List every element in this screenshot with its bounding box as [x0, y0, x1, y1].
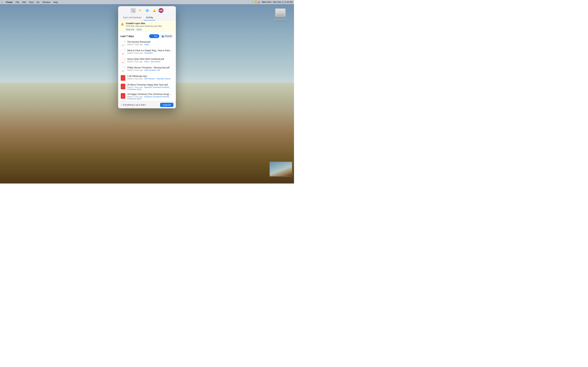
file-meta: Added 2 days ago · Jeff Tweedy – Starshi… — [127, 78, 173, 80]
globe-icon: 🌐 — [146, 9, 149, 12]
filter-shared-label: Shared — [165, 35, 172, 37]
file-name: 1-06 Pittsburgh.mp3 — [127, 75, 173, 77]
tab-sync-backups[interactable]: Sync and backups — [121, 15, 144, 20]
file-item[interactable]: Henry Dylan Mohr Birth Certificate.pdf A… — [118, 57, 176, 65]
tabs: Sync and backups Activity — [118, 15, 176, 20]
file-info: The Nursery Reveal.pdf Added 2 days ago … — [127, 41, 173, 45]
menubar-right: 🔋 📶 🔊 Mike Mohr Mon Dec 5 11:40 AM — [251, 1, 293, 3]
menubar-help[interactable]: Help — [53, 1, 58, 3]
file-item[interactable]: Phillip Silouan Thompson - Moving East.p… — [118, 65, 176, 74]
file-info: 19 Happy Christmas (The Christmas Song).… — [127, 93, 173, 100]
close-link[interactable]: Close — [137, 28, 142, 30]
folder-button[interactable]: 📁 — [138, 8, 143, 13]
file-info: Phillip Silouan Thompson - Moving East.p… — [127, 67, 173, 71]
pdf-icon-shape — [121, 67, 125, 72]
avatar[interactable]: MM — [159, 8, 164, 13]
menubar-user[interactable]: Mike Mohr — [262, 1, 272, 3]
menubar-icons: 🔋 📶 🔊 — [251, 1, 260, 3]
file-info: 26 Merry Christmas Happy New Year.mp3 Ad… — [127, 83, 173, 90]
menubar-app-name[interactable]: Finder — [6, 1, 13, 3]
pdf-icon-shape — [121, 41, 125, 47]
check-icon: ✓ — [121, 104, 122, 106]
file-info: Henry Dylan Mohr Birth Certificate.pdf A… — [127, 58, 173, 63]
file-item[interactable]: 26 Merry Christmas Happy New Year.mp3 Ad… — [118, 82, 176, 92]
warning-description: To fix this, view sync issues for your f… — [126, 25, 173, 27]
search-icon: 🔍 — [132, 9, 135, 12]
file-info: 1-06 Pittsburgh.mp3 Added 2 days ago · J… — [127, 75, 173, 80]
mp3-icon-shape — [121, 93, 125, 99]
dropbox-popup: 🔍 📁 🌐 🔔 MM Sync and backups Activity ⚠️ … — [118, 6, 176, 108]
folder-link[interactable]: ideas — [144, 43, 149, 45]
file-icon-pdf — [121, 41, 125, 47]
apple-menu[interactable]:  — [1, 1, 2, 4]
file-list: The Nursery Reveal.pdf Added 2 days ago … — [118, 40, 176, 101]
search-button[interactable]: 🔍 — [130, 8, 136, 13]
filter-you-button[interactable]: 👤 You — [149, 34, 159, 38]
tab-activity[interactable]: Activity — [144, 15, 155, 20]
menubar-edit[interactable]: Edit — [22, 1, 26, 3]
folder-link[interactable]: henry - documents — [144, 60, 160, 63]
menubar:  Finder File Edit View Go Window Help 🔋… — [0, 0, 294, 4]
popup-toolbar: 🔍 📁 🌐 🔔 MM — [118, 6, 176, 15]
hdd-shape — [275, 8, 285, 17]
file-item[interactable]: What to Pack in a Diaper Bag_ How to Pac… — [118, 48, 176, 57]
filter-buttons: 👤 You 👥 Shared — [149, 34, 173, 38]
macintosh-ssd-icon[interactable]: Macintosh SSD — [274, 7, 287, 21]
person-icon: 👤 — [151, 35, 153, 37]
menubar-left:  Finder File Edit View Go Window Help — [1, 1, 58, 4]
folder-link[interactable]: other peoples' shit — [144, 69, 160, 71]
file-info: What to Pack in a Diaper Bag_ How to Pac… — [127, 49, 173, 54]
file-item[interactable]: The Nursery Reveal.pdf Added 2 days ago … — [118, 40, 176, 48]
menubar-window[interactable]: Window — [42, 1, 50, 3]
filter-you-label: You — [154, 35, 157, 37]
mp3-icon-shape — [121, 84, 125, 89]
view-now-link[interactable]: View now — [126, 28, 134, 30]
menubar-datetime: Mon Dec 5 11:40 AM — [273, 1, 293, 3]
thumbnail-image — [270, 162, 292, 176]
desktop:  Finder File Edit View Go Window Help 🔋… — [0, 0, 294, 184]
file-item[interactable]: 1-06 Pittsburgh.mp3 Added 2 days ago · J… — [118, 74, 176, 82]
activity-period: Last 7 days — [121, 35, 134, 38]
bell-icon: 🔔 — [153, 9, 156, 12]
bell-button[interactable]: 🔔 — [152, 8, 157, 13]
share-icon: 👥 — [162, 35, 164, 37]
warning-icon: ⚠️ — [121, 22, 124, 26]
file-meta: Added 2 days ago · henry - documents — [127, 60, 173, 63]
file-icon-pdf — [121, 58, 125, 64]
file-name: The Nursery Reveal.pdf — [127, 41, 173, 43]
file-icon-mp3 — [121, 75, 125, 81]
file-meta: Added 2 days ago · checklists — [127, 52, 173, 54]
menubar-file[interactable]: File — [16, 1, 19, 3]
file-meta: Added 2 days ago · other peoples' shit — [127, 69, 173, 71]
file-name: Henry Dylan Mohr Birth Certificate.pdf — [127, 58, 173, 60]
folder-link[interactable]: checklists — [144, 52, 153, 54]
pdf-icon-shape — [121, 58, 125, 64]
folder-icon: 📁 — [139, 9, 142, 12]
file-item[interactable]: 19 Happy Christmas (The Christmas Song).… — [118, 92, 176, 101]
folder-link[interactable]: Jeff Tweedy – Starship Casual — [144, 78, 170, 80]
warning-content: Couldn't sync files To fix this, view sy… — [126, 22, 173, 30]
desktop-icon-label: Macintosh SSD — [274, 19, 287, 21]
file-name: 26 Merry Christmas Happy New Year.mp3 — [127, 83, 173, 86]
globe-button[interactable]: 🌐 — [145, 8, 150, 13]
file-meta: Added 2 days ago · Aquarium Drunkard Pre… — [127, 86, 173, 90]
menubar-go[interactable]: Go — [37, 1, 40, 3]
file-name: 19 Happy Christmas (The Christmas Song).… — [127, 93, 173, 95]
file-icon-pdf — [121, 49, 125, 55]
pdf-icon-shape — [121, 50, 125, 55]
status-bar: ✓ Everything is up to date ▾ Upgrade — [118, 101, 176, 108]
activity-header: Last 7 days 👤 You 👥 Shared — [118, 32, 176, 40]
menubar-view[interactable]: View — [29, 1, 34, 3]
file-icon-pdf — [121, 67, 125, 72]
warning-banner: ⚠️ Couldn't sync files To fix this, view… — [118, 20, 176, 32]
filter-shared-button[interactable]: 👥 Shared — [160, 34, 173, 38]
warning-title: Couldn't sync files — [126, 22, 173, 25]
upgrade-button[interactable]: Upgrade — [160, 103, 173, 107]
file-name: Phillip Silouan Thompson - Moving East.p… — [127, 67, 173, 69]
chevron-down-icon: ▾ — [146, 104, 146, 106]
desktop-thumbnail — [269, 162, 292, 176]
activity-content: Last 7 days 👤 You 👥 Shared — [118, 32, 176, 108]
file-icon-mp3 — [121, 83, 125, 90]
mp3-icon-shape — [121, 75, 125, 81]
status-dropdown[interactable]: ✓ Everything is up to date ▾ — [121, 104, 146, 106]
